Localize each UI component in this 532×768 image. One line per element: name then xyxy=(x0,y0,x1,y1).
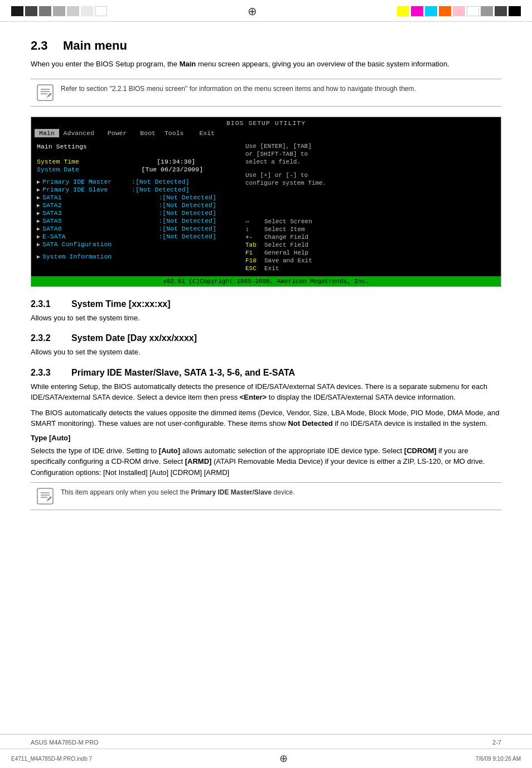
note-icon-2 xyxy=(36,487,54,505)
bios-right-panel: Use [ENTER], [TAB] or [SHIFT-TAB] to sel… xyxy=(238,141,501,275)
nav-key-0: ↔ xyxy=(245,218,261,225)
bios-body: Main Settings System Time [19:34:30] Sys… xyxy=(31,138,501,276)
type-bold1: [Auto] xyxy=(159,447,180,455)
arrow-icon-7: ▶ xyxy=(37,233,40,240)
sub-desc-231: Allows you to set the system time. xyxy=(31,313,501,324)
bios-system-time-row: System Time [19:34:30] xyxy=(37,158,233,165)
swatches-left xyxy=(11,6,107,16)
type-bold2: [CDROM] xyxy=(404,447,437,455)
bios-device-label-6: SATA6 xyxy=(42,225,132,232)
svg-line-5 xyxy=(47,96,47,98)
note2-bold: Primary IDE Master/Slave xyxy=(191,488,272,496)
bios-device-row-4: ▶ SATA3 :[Not Detected] xyxy=(37,209,233,217)
type-desc-p2: allows automatic selection of the approp… xyxy=(180,447,404,455)
pencil-svg-2 xyxy=(36,487,54,505)
swatch xyxy=(39,6,51,16)
bios-device-value-6: :[Not Detected] xyxy=(132,225,216,232)
note-box-1: Refer to section "2.2.1 BIOS menu screen… xyxy=(31,79,501,107)
svg-rect-6 xyxy=(37,488,53,504)
bios-help-line-2: or [SHIFT-TAB] to xyxy=(245,151,495,157)
bios-device-label-3: SATA2 xyxy=(42,201,132,209)
bios-menu-exit[interactable]: Exit xyxy=(188,129,219,137)
svg-marker-4 xyxy=(47,93,52,97)
bios-menu-boot[interactable]: Boot xyxy=(131,129,160,137)
swatch xyxy=(11,6,23,16)
bottom-bar: E4711_M4A785D-M PRO.indb 7 ⊕ 7/6/09 9:10… xyxy=(0,748,532,768)
bios-device-label-2: SATA1 xyxy=(42,194,132,201)
swatch xyxy=(495,6,507,16)
bios-device-row-1: ▶ Primary IDE Slave :[Not Detected] xyxy=(37,186,233,193)
bios-device-label-4: SATA3 xyxy=(42,209,132,217)
top-bar: ⊕ xyxy=(0,0,532,22)
nav-label-5: Save and Exit xyxy=(264,257,312,264)
sub-desc-233b: The BIOS automatically detects the value… xyxy=(31,407,501,429)
bios-nav-row-3: Tab Select Field xyxy=(245,242,495,248)
nav-key-6: ESC xyxy=(245,265,261,272)
main-content: 2.3 Main menu When you enter the BIOS Se… xyxy=(0,22,532,554)
crosshair-icon: ⊕ xyxy=(248,4,257,18)
sub-desc-233-bold2: Not Detected xyxy=(288,419,332,428)
bios-nav-row-5: F10 Save and Exit xyxy=(245,257,495,264)
bios-system-date-value: [Tue 06/23/2009] xyxy=(126,166,203,173)
arrow-icon-1: ▶ xyxy=(37,186,40,193)
section-desc-p1: When you enter the BIOS Setup program, t… xyxy=(31,60,180,68)
page-footer: ASUS M4A785D-M PRO 2-7 xyxy=(0,734,532,750)
bios-device-label-7: E-SATA xyxy=(42,233,132,240)
arrow-icon-4: ▶ xyxy=(37,210,40,217)
bios-system-time-label: System Time xyxy=(37,158,126,165)
bios-device-row-6: ▶ SATA6 :[Not Detected] xyxy=(37,225,233,232)
sub-title-233: Primary IDE Master/Slave, SATA 1-3, 5-6,… xyxy=(71,368,295,378)
bottom-right: 7/6/09 9:10:26 AM xyxy=(476,756,521,762)
bios-device-value-4: :[Not Detected] xyxy=(132,209,216,217)
sub-desc-233a: While entering Setup, the BIOS automatic… xyxy=(31,381,501,403)
swatch xyxy=(411,6,423,16)
bios-device-value-1: :[Not Detected] xyxy=(132,186,190,193)
sub-title-231: System Time [xx:xx:xx] xyxy=(71,299,171,309)
sub-num-232: 2.3.2 xyxy=(31,333,61,343)
nav-label-4: General Help xyxy=(264,249,308,256)
swatch xyxy=(67,6,79,16)
bios-device-row-5: ▶ SATA5 :[Not Detected] xyxy=(37,217,233,224)
bios-help-line-4: Use [+] or [-] to xyxy=(245,172,495,179)
footer-left: ASUS M4A785D-M PRO xyxy=(31,739,99,746)
bios-menu-advanced[interactable]: Advanced xyxy=(59,129,99,137)
bios-device-value-7: :[Not Detected] xyxy=(132,233,216,240)
swatch xyxy=(53,6,65,16)
sub-desc-233-p4: if no IDE/SATA device is installed in th… xyxy=(333,419,488,428)
bios-nav-row-2: +- Change Field xyxy=(245,234,495,241)
nav-key-4: F1 xyxy=(245,249,261,256)
bios-device-value-3: :[Not Detected] xyxy=(132,201,216,209)
note-box-2: This item appears only when you select t… xyxy=(31,482,501,510)
bios-system-time-value: [19:34:30] xyxy=(126,158,195,165)
bios-help-line-3: select a field. xyxy=(245,159,495,165)
bios-footer: v02.61 (C)Copyright 1985-2008, American … xyxy=(31,276,501,286)
nav-label-2: Change Field xyxy=(264,234,308,241)
bios-system-date-label: System Date xyxy=(37,166,126,173)
note2-p2: device. xyxy=(272,488,294,496)
svg-rect-0 xyxy=(37,85,53,100)
section-heading-23: 2.3 Main menu xyxy=(31,39,501,53)
sub-heading-232: 2.3.2 System Date [Day xx/xx/xxxx] xyxy=(31,333,501,343)
nav-label-6: Exit xyxy=(264,265,279,272)
bios-menu-power[interactable]: Power xyxy=(99,129,132,137)
bios-help-line-5: configure system Time. xyxy=(245,180,495,186)
swatch xyxy=(425,6,437,16)
bios-menu-main[interactable]: Main xyxy=(35,129,59,137)
bios-sysinfo-label: System Information xyxy=(42,253,132,260)
note2-p1: This item appears only when you select t… xyxy=(61,488,191,496)
sub-num-233: 2.3.3 xyxy=(31,368,61,378)
bios-menu-tools[interactable]: Tools xyxy=(160,129,188,137)
pencil-svg xyxy=(36,84,54,102)
bottom-crosshair-icon: ⊕ xyxy=(279,752,288,765)
crosshair-center: ⊕ xyxy=(241,4,263,18)
swatch xyxy=(81,6,93,16)
bios-device-label-8: SATA Configuration xyxy=(42,241,132,248)
nav-label-3: Select Field xyxy=(264,242,308,248)
bios-nav-row-0: ↔ Select Screen xyxy=(245,218,495,225)
sub-heading-233: 2.3.3 Primary IDE Master/Slave, SATA 1-3… xyxy=(31,368,501,378)
type-desc-p1: Selects the type of IDE drive. Setting t… xyxy=(31,447,159,455)
nav-key-2: +- xyxy=(245,234,261,241)
bottom-crosshair: ⊕ xyxy=(273,752,295,765)
nav-key-3: Tab xyxy=(245,242,261,248)
section-desc: When you enter the BIOS Setup program, t… xyxy=(31,59,501,70)
